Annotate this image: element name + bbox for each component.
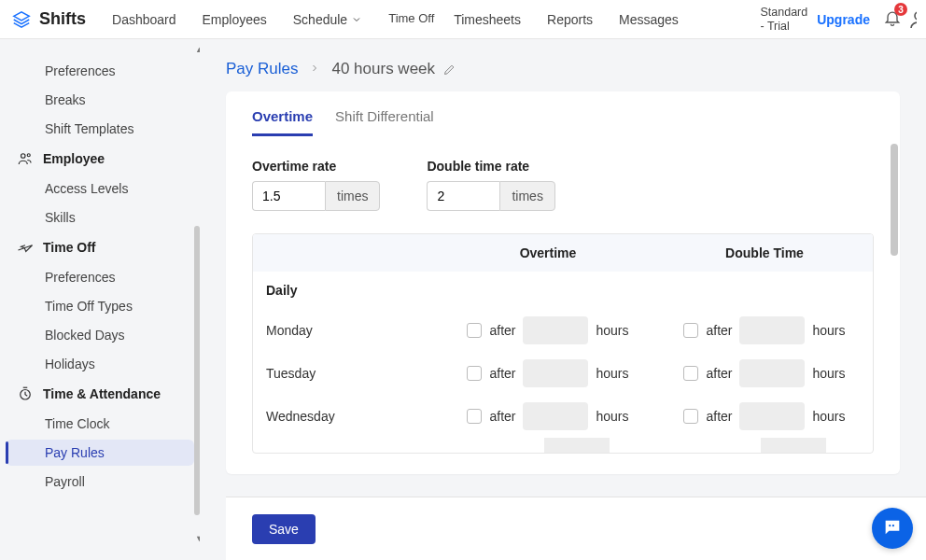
user-avatar-cutoff[interactable] — [907, 8, 917, 31]
nav-timesheets[interactable]: Timesheets — [454, 12, 521, 27]
day-row-tuesday: Tuesday after hours after hours — [253, 352, 873, 395]
dt-hours-input-wednesday[interactable] — [739, 402, 805, 430]
hours-label: hours — [596, 409, 628, 424]
day-label: Wednesday — [253, 409, 440, 424]
brand[interactable]: Shifts — [11, 9, 86, 30]
ot-hours-input-wednesday[interactable] — [523, 402, 588, 430]
dt-hours-input-tuesday[interactable] — [739, 359, 805, 387]
rules-table: Overtime Double Time Daily Monday after … — [252, 233, 874, 454]
hours-label: hours — [812, 323, 845, 338]
save-button[interactable]: Save — [252, 514, 316, 544]
dt-hours-input-next[interactable] — [761, 438, 826, 453]
ot-cell-wednesday: after hours — [440, 402, 656, 430]
plan-line2: - Trial — [760, 20, 807, 34]
day-label: Tuesday — [253, 366, 440, 381]
svg-point-5 — [892, 525, 894, 526]
overtime-rate-suffix: times — [325, 181, 380, 211]
ot-checkbox-wednesday[interactable] — [467, 409, 482, 424]
save-bar: Save — [226, 497, 926, 560]
sidebar-item-to-preferences[interactable]: Preferences — [6, 264, 194, 290]
svg-point-0 — [915, 12, 917, 20]
col-doubletime-header: Double Time — [656, 245, 873, 260]
sidebar-item-skills[interactable]: Skills — [6, 204, 194, 231]
nav-schedule[interactable]: Schedule — [293, 12, 362, 27]
people-icon — [17, 150, 34, 167]
brand-name: Shifts — [39, 9, 86, 29]
notifications-button[interactable]: 3 — [883, 8, 902, 30]
col-overtime-header: Overtime — [440, 245, 656, 260]
dt-cell-wednesday: after hours — [656, 402, 873, 430]
chevron-right-icon — [309, 60, 320, 78]
main-content: Pay Rules 40 hours week Overtime Shift D… — [200, 39, 926, 560]
hours-label: hours — [596, 323, 628, 338]
ot-checkbox-monday[interactable] — [467, 323, 482, 338]
svg-point-4 — [889, 525, 891, 526]
nav-items: Dashboard Employees Schedule Time Off Ti… — [112, 12, 760, 27]
sidebar-item-pay-rules[interactable]: Pay Rules — [6, 440, 194, 466]
after-label: after — [706, 366, 732, 381]
upgrade-link[interactable]: Upgrade — [817, 12, 870, 27]
nav-timeoff[interactable]: Time Off — [388, 12, 428, 25]
hours-label: hours — [812, 409, 845, 424]
pay-rule-tabs: Overtime Shift Differential — [226, 91, 900, 136]
dt-checkbox-tuesday[interactable] — [683, 366, 698, 381]
after-label: after — [489, 323, 515, 338]
dt-checkbox-monday[interactable] — [683, 323, 698, 338]
plane-icon — [17, 239, 34, 256]
overtime-rate-group: Overtime rate times — [252, 159, 380, 211]
section-daily: Daily — [253, 272, 873, 309]
sidebar-item-blocked-days[interactable]: Blocked Days — [6, 322, 194, 348]
sidebar-header-timeoff: Time Off — [6, 233, 194, 261]
sidebar-item-access-levels[interactable]: Access Levels — [6, 175, 194, 202]
doubletime-rate-group: Double time rate times — [427, 159, 554, 211]
nav-timeoff-label: Time Off — [388, 12, 428, 25]
sidebar-item-preferences[interactable]: Preferences — [6, 58, 194, 84]
doubletime-rate-suffix: times — [499, 181, 554, 211]
sidebar-header-employee: Employee — [6, 145, 194, 173]
doubletime-rate-input[interactable] — [427, 181, 499, 211]
dt-checkbox-wednesday[interactable] — [683, 409, 698, 424]
sidebar-item-holidays[interactable]: Holidays — [6, 351, 194, 377]
after-label: after — [489, 409, 515, 424]
chat-fab[interactable] — [872, 508, 913, 549]
sidebar-header-time-attendance: Time & Attendance — [6, 380, 194, 408]
breadcrumb-current-label: 40 hours week — [331, 60, 435, 78]
nav-messages[interactable]: Messages — [619, 12, 679, 27]
dt-cell-tuesday: after hours — [656, 359, 873, 387]
nav-employees[interactable]: Employees — [203, 12, 267, 27]
overtime-rate-label: Overtime rate — [252, 159, 380, 174]
col-day-header — [253, 245, 440, 260]
day-row-monday: Monday after hours after hours — [253, 309, 873, 352]
card-scrollbar[interactable] — [891, 144, 898, 256]
edit-name-button[interactable] — [442, 63, 456, 77]
settings-sidebar: ▲ ▼ Preferences Breaks Shift Templates E… — [0, 39, 200, 560]
sidebar-item-payroll[interactable]: Payroll — [6, 469, 194, 495]
brand-logo-icon — [11, 9, 32, 30]
sidebar-item-time-clock[interactable]: Time Clock — [6, 411, 194, 437]
ot-hours-input-monday[interactable] — [523, 316, 588, 344]
sidebar-item-shift-templates[interactable]: Shift Templates — [6, 116, 194, 142]
nav-schedule-label: Schedule — [293, 12, 347, 27]
ot-hours-input-tuesday[interactable] — [523, 359, 588, 387]
breadcrumb: Pay Rules 40 hours week — [200, 39, 926, 91]
pay-rule-card: Overtime Shift Differential Overtime rat… — [226, 91, 900, 474]
nav-reports[interactable]: Reports — [547, 12, 593, 27]
dt-hours-input-monday[interactable] — [739, 316, 805, 344]
ot-checkbox-tuesday[interactable] — [467, 366, 482, 381]
notification-count: 3 — [894, 3, 907, 16]
sidebar-item-to-types[interactable]: Time Off Types — [6, 293, 194, 319]
sidebar-item-breaks[interactable]: Breaks — [6, 87, 194, 113]
breadcrumb-root[interactable]: Pay Rules — [226, 60, 298, 78]
after-label: after — [706, 323, 732, 338]
clock-icon — [17, 385, 34, 402]
tab-overtime[interactable]: Overtime — [252, 108, 313, 136]
chevron-down-icon — [351, 14, 362, 25]
day-label: Monday — [253, 323, 440, 338]
tab-shift-differential[interactable]: Shift Differential — [335, 108, 434, 136]
overtime-rate-input[interactable] — [252, 181, 325, 211]
plan-line1: Standard — [760, 6, 807, 20]
dt-cell-monday: after hours — [656, 316, 873, 344]
ot-hours-input-next[interactable] — [544, 438, 610, 453]
sidebar-header-timeoff-label: Time Off — [43, 240, 96, 255]
nav-dashboard[interactable]: Dashboard — [112, 12, 176, 27]
